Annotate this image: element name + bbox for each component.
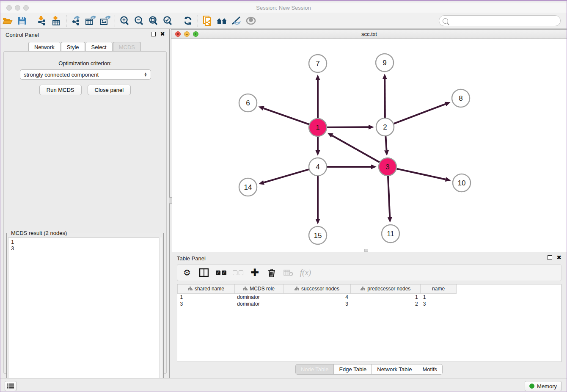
mcds-result-title: MCDS result (2 nodes) — [9, 230, 69, 236]
edge-arrowhead — [384, 150, 389, 156]
control-panel: Control Panel ✖ Network Style Select MCD… — [0, 29, 170, 378]
graph-edge[interactable] — [388, 176, 390, 217]
table-panel-title: Table Panel — [177, 255, 206, 262]
select-all-icon[interactable] — [215, 268, 226, 278]
tab-network[interactable]: Network — [28, 42, 61, 52]
column-header[interactable]: name — [421, 284, 457, 293]
add-column-icon[interactable]: ✚ — [249, 268, 260, 278]
column-header[interactable]: successor nodes — [283, 284, 351, 293]
cybrowser-home-icon[interactable] — [215, 14, 229, 27]
search-input[interactable] — [450, 18, 560, 24]
export-table-icon[interactable] — [83, 14, 98, 27]
graph-node-label: 4 — [316, 163, 319, 171]
node-table[interactable]: shared nameMCDS rolesuccessor nodesprede… — [177, 284, 561, 362]
graph-edge[interactable] — [394, 104, 446, 124]
graph-edge[interactable] — [385, 136, 386, 150]
show-details-icon[interactable] — [244, 14, 258, 27]
edge-arrowhead — [259, 180, 264, 185]
network-view-window: ✕ − + scc.txt 7968124314101511 — [171, 29, 567, 252]
tab-edge-table[interactable]: Edge Table — [333, 364, 372, 375]
optimization-criterion-select[interactable]: strongly connected component ▲▼ — [20, 69, 151, 80]
main-toolbar — [0, 13, 567, 29]
tab-node-table[interactable]: Node Table — [295, 364, 334, 375]
result-scrollbar[interactable] — [159, 237, 162, 392]
toolbar-separator — [32, 15, 32, 27]
control-panel-float-icon[interactable] — [151, 32, 156, 36]
zoom-selected-icon[interactable] — [161, 14, 175, 27]
mcds-result-text: 1 3 — [8, 237, 162, 392]
export-image-icon[interactable] — [98, 14, 112, 27]
graph-node-label: 11 — [387, 230, 394, 238]
show-columns-icon[interactable] — [198, 268, 209, 278]
panel-splitter-handle[interactable] — [169, 197, 172, 204]
run-mcds-button[interactable]: Run MCDS — [39, 85, 82, 95]
toolbar-separator — [115, 15, 115, 27]
graph-node-label: 7 — [316, 60, 319, 68]
edge-arrowhead — [316, 150, 320, 156]
search-box — [439, 15, 561, 26]
tab-select[interactable]: Select — [85, 42, 113, 52]
network-graph[interactable]: 7968124314101511 — [171, 39, 567, 252]
save-session-icon[interactable] — [15, 14, 29, 27]
node-table-grid: shared nameMCDS rolesuccessor nodesprede… — [177, 284, 457, 307]
edge-arrowhead — [383, 74, 387, 79]
node-table-header: shared nameMCDS rolesuccessor nodesprede… — [178, 284, 457, 293]
graph-edge[interactable] — [264, 169, 308, 182]
toolbar-separator — [198, 15, 198, 27]
edge-arrowhead — [445, 177, 451, 182]
graph-node-label: 9 — [383, 59, 386, 67]
zoom-out-icon[interactable] — [132, 14, 146, 27]
table-panel-close-icon[interactable]: ✖ — [556, 255, 561, 260]
table-panel-float-icon[interactable] — [548, 255, 552, 260]
graph-edge[interactable] — [264, 108, 309, 124]
mcds-panel: Optimization criterion: strongly connect… — [3, 51, 167, 374]
tab-mcds[interactable]: MCDS — [113, 42, 141, 52]
import-table-icon[interactable] — [49, 14, 63, 27]
deselect-all-icon[interactable] — [232, 268, 243, 278]
toolbar-separator — [178, 15, 178, 27]
search-icon — [443, 18, 448, 24]
import-network-icon[interactable] — [35, 14, 49, 27]
edge-arrowhead — [371, 165, 377, 169]
memory-status-icon — [529, 384, 534, 389]
graph-node-label: 14 — [244, 183, 252, 191]
graph-edge[interactable] — [327, 127, 369, 127]
edge-arrowhead — [316, 75, 320, 80]
table-row[interactable]: 1dominator411 — [178, 293, 457, 301]
graph-edge[interactable] — [385, 79, 385, 118]
network-window-titlebar[interactable]: ✕ − + scc.txt — [171, 30, 567, 39]
delete-column-icon[interactable] — [266, 268, 277, 278]
optimization-criterion-value: strongly connected component — [24, 72, 144, 78]
control-panel-tabs: Network Style Select MCDS — [0, 42, 169, 52]
zoom-in-icon[interactable] — [118, 14, 132, 27]
tab-style[interactable]: Style — [61, 42, 85, 52]
refresh-icon[interactable] — [181, 14, 195, 27]
control-panel-close-icon[interactable]: ✖ — [160, 32, 165, 36]
function-builder-icon: f(x) — [300, 268, 311, 278]
close-panel-button[interactable]: Close panel — [88, 85, 131, 95]
hide-details-icon[interactable] — [229, 14, 244, 27]
column-header[interactable]: MCDS role — [234, 284, 283, 293]
select-spinner-icon: ▲▼ — [144, 72, 147, 77]
column-header[interactable]: shared name — [178, 284, 235, 293]
memory-button[interactable]: Memory — [525, 381, 561, 391]
graph-edge[interactable] — [396, 169, 445, 179]
graph-edge[interactable] — [332, 135, 380, 162]
open-session-icon[interactable] — [0, 14, 15, 27]
table-toolbar: ⚙ ✚ f(x) — [177, 264, 561, 281]
app-window: Session: New Session — [0, 0, 567, 392]
tab-motifs[interactable]: Motifs — [417, 364, 443, 375]
export-network-icon[interactable] — [69, 14, 83, 27]
tab-network-table[interactable]: Network Table — [372, 364, 417, 375]
graph-node-label: 6 — [246, 99, 250, 107]
graph-node-label: 1 — [316, 124, 319, 132]
canvas-resize-handle[interactable] — [364, 249, 368, 252]
edge-arrowhead — [445, 102, 451, 106]
column-header[interactable]: predecessor nodes — [351, 284, 421, 293]
tree-column-icon — [188, 287, 193, 291]
table-settings-gear-icon[interactable]: ⚙ — [182, 268, 193, 278]
duplicate-network-icon[interactable] — [201, 14, 215, 27]
zoom-fit-icon[interactable] — [146, 14, 161, 27]
task-history-button[interactable] — [5, 381, 17, 391]
table-row[interactable]: 3dominator323 — [178, 301, 457, 307]
